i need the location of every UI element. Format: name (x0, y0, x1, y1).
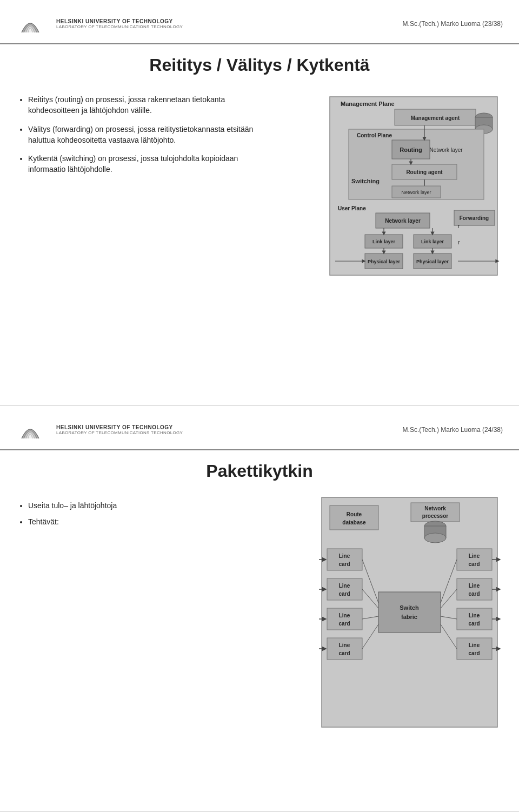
logo-text-2: HELSINKI UNIVERSITY OF TECHNOLOGY Labora… (56, 424, 183, 435)
svg-rect-39 (457, 638, 492, 660)
link-layer-1-label: Link layer (372, 239, 396, 244)
bullet-1: Reititys (routing) on prosessi, jossa ra… (28, 94, 276, 116)
lc3-label1: Line (339, 613, 350, 618)
network-layer-user-label: Network layer (385, 218, 421, 224)
slide-title-2: Pakettikytkin (16, 456, 503, 489)
slide-2: HELSINKI UNIVERSITY OF TECHNOLOGY Labora… (0, 406, 519, 812)
slide-1: HELSINKI UNIVERSITY OF TECHNOLOGY Labora… (0, 0, 519, 406)
slide1-text: Reititys (routing) on prosessi, jossa ra… (16, 89, 276, 285)
svg-rect-34 (327, 608, 362, 630)
university-logo-icon (16, 10, 44, 38)
svg-rect-33 (327, 578, 362, 600)
lc5-label1: Line (469, 553, 480, 559)
routing-label: Routing (400, 147, 422, 153)
user-plane-label: User Plane (338, 205, 366, 211)
slide-title-1: Reititys / Välitys / Kytkentä (16, 50, 503, 83)
lc2-label2: card (338, 591, 350, 597)
lab-name-2: Laboratory of Telecommunications Technol… (56, 430, 183, 435)
net-proc-label2: processor (422, 513, 448, 519)
logo-text: HELSINKI UNIVERSITY OF TECHNOLOGY Labora… (56, 18, 183, 29)
lc2-label1: Line (339, 583, 350, 589)
university-name: HELSINKI UNIVERSITY OF TECHNOLOGY (56, 18, 183, 24)
lc7-label1: Line (469, 613, 480, 618)
lc4-label1: Line (339, 642, 350, 648)
physical-layer-2-label: Physical layer (416, 259, 449, 264)
switching-label: Switching (351, 178, 380, 184)
slide-meta-1: M.Sc.(Tech.) Marko Luoma (23/38) (403, 20, 503, 28)
slide1-body: Reititys (routing) on prosessi, jossa ra… (0, 83, 519, 296)
lc1-label1: Line (339, 553, 350, 559)
svg-rect-27 (330, 505, 378, 530)
network-layer-ctrl-label: Network layer (401, 190, 431, 195)
slide1-bullets: Reititys (routing) on prosessi, jossa ra… (16, 94, 276, 175)
slide2-body: Useita tulo– ja lähtöjohtoja Tehtävät: R… (0, 489, 519, 745)
lc8-label1: Line (469, 642, 480, 648)
slide-header-2: HELSINKI UNIVERSITY OF TECHNOLOGY Labora… (0, 406, 519, 450)
network-diagram: Management Plane Management agent Contro… (287, 94, 503, 285)
lc6-label2: card (468, 591, 480, 597)
svg-rect-40 (378, 592, 441, 633)
network-layer-cp-label: Network layer (429, 147, 463, 153)
logo-area: HELSINKI UNIVERSITY OF TECHNOLOGY Labora… (16, 10, 183, 38)
svg-rect-35 (327, 638, 362, 660)
switch-diagram: Route database Network processor Line ca… (319, 495, 503, 734)
switch-fabric-label1: Switch (400, 604, 419, 611)
svg-point-31 (424, 533, 446, 543)
slide2-text: Useita tulo– ja lähtöjohtoja Tehtävät: (16, 495, 303, 734)
slide-header-1: HELSINKI UNIVERSITY OF TECHNOLOGY Labora… (0, 0, 519, 44)
slide2-bullets: Useita tulo– ja lähtöjohtoja Tehtävät: (16, 500, 303, 528)
slide-meta-2: M.Sc.(Tech.) Marko Luoma (24/38) (403, 426, 503, 434)
svg-rect-36 (457, 549, 492, 570)
svg-rect-32 (327, 549, 362, 570)
management-agent-label: Management agent (411, 115, 460, 121)
switch-fabric-label2: fabric (401, 614, 417, 620)
lc4-label2: card (338, 650, 350, 656)
lc6-label1: Line (469, 583, 480, 589)
lc7-label2: card (468, 621, 480, 627)
switch-svg: Route database Network processor Line ca… (319, 495, 503, 733)
university-logo-icon-2 (16, 416, 44, 444)
lc5-label2: card (468, 561, 480, 567)
control-plane-label: Control Plane (357, 132, 392, 138)
diagram-svg: Management Plane Management agent Contro… (287, 94, 503, 283)
forwarding-label: Forwarding (460, 215, 489, 221)
lc8-label2: card (468, 650, 480, 656)
lc1-label2: card (338, 561, 350, 567)
link-layer-2-label: Link layer (421, 239, 444, 244)
svg-rect-38 (457, 608, 492, 630)
lab-name: Laboratory of Telecommunications Technol… (56, 24, 183, 29)
bullet-3: Kytkentä (switching) on prosessi, jossa … (28, 153, 276, 175)
routing-agent-label: Routing agent (406, 169, 443, 175)
svg-rect-37 (457, 578, 492, 600)
university-name-2: HELSINKI UNIVERSITY OF TECHNOLOGY (56, 424, 183, 430)
management-plane-label: Management Plane (341, 101, 395, 107)
route-db-label2: database (342, 520, 366, 525)
route-db-label: Route (347, 511, 362, 517)
bullet2-1: Useita tulo– ja lähtöjohtoja (28, 500, 303, 511)
net-proc-label1: Network (424, 505, 446, 511)
bullet2-2: Tehtävät: (28, 516, 303, 527)
bullet-2: Välitys (forwarding) on prosessi, jossa … (28, 124, 276, 146)
logo-area-2: HELSINKI UNIVERSITY OF TECHNOLOGY Labora… (16, 416, 183, 444)
lc3-label2: card (338, 621, 350, 627)
physical-layer-1-label: Physical layer (368, 259, 401, 264)
